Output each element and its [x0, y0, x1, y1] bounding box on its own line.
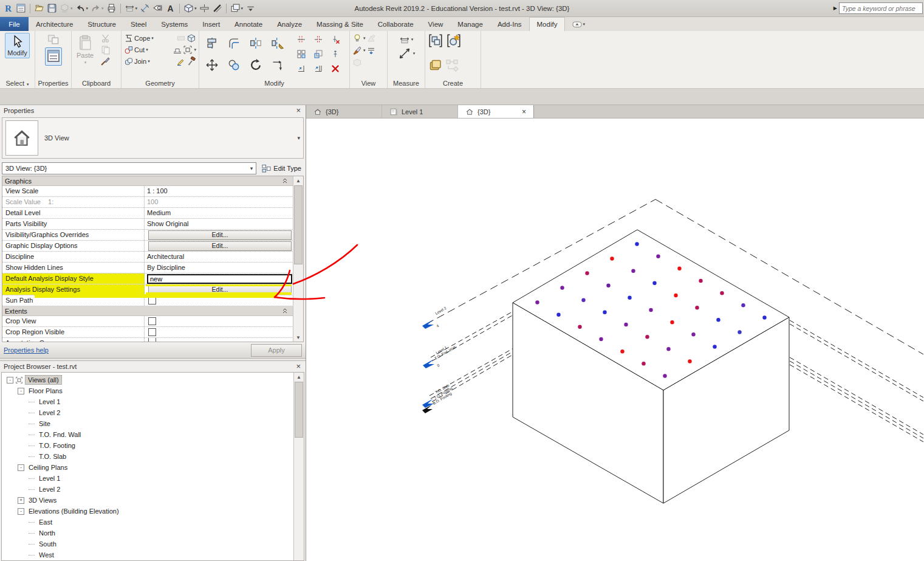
- property-value[interactable]: Edit...: [145, 230, 293, 240]
- scale-button[interactable]: [310, 47, 326, 61]
- qat-sync-button[interactable]: ▾: [58, 2, 74, 15]
- tree-item-label[interactable]: Level 1: [36, 398, 63, 406]
- wall-joins-icon[interactable]: [173, 45, 182, 55]
- tree-item-t-o-fnd-wall[interactable]: T.O. Fnd. Wall: [4, 429, 304, 440]
- tab-architecture[interactable]: Architecture: [29, 17, 80, 31]
- tab-manage[interactable]: Manage: [450, 17, 490, 31]
- geometry-solid-icon[interactable]: [187, 33, 196, 43]
- tab-view[interactable]: View: [421, 17, 451, 31]
- edit-type-button[interactable]: Edit Type: [259, 162, 304, 174]
- tree-item-label[interactable]: T.O. Fnd. Wall: [36, 430, 83, 439]
- qat-thin-lines-button[interactable]: [211, 2, 224, 15]
- scroll-down-icon[interactable]: ▼: [293, 333, 303, 342]
- qat-switch-windows-button[interactable]: ▾: [229, 2, 245, 15]
- tree-expander-icon[interactable]: -: [18, 508, 24, 515]
- collapse-chevron-icon[interactable]: [282, 308, 287, 315]
- tree-item-t-o-footing[interactable]: T.O. Footing: [4, 440, 304, 451]
- tree-item-label[interactable]: South: [36, 540, 59, 548]
- join-geometry-label[interactable]: Join: [134, 58, 146, 65]
- tree-item-level-1[interactable]: Level 1: [4, 473, 304, 484]
- collapse-chevron-icon[interactable]: [282, 177, 287, 185]
- visibility-graphics-overrides-edit-button[interactable]: Edit...: [148, 230, 292, 240]
- properties-close-icon[interactable]: ×: [295, 106, 302, 115]
- paste-button[interactable]: Paste ▾: [74, 33, 96, 67]
- project-browser-close-icon[interactable]: ×: [295, 362, 302, 371]
- browser-scrollbar[interactable]: ▲: [293, 373, 304, 560]
- move-button[interactable]: [202, 55, 222, 75]
- level-flag-icon[interactable]: [422, 399, 434, 408]
- mirror-pick-axis-button[interactable]: [245, 33, 266, 53]
- tab-systems[interactable]: Systems: [154, 17, 195, 31]
- tab-analyze[interactable]: Analyze: [270, 17, 309, 31]
- property-value[interactable]: Edit...: [145, 241, 293, 251]
- qat-section-button[interactable]: [198, 2, 211, 15]
- qat-undo-button[interactable]: ▾: [74, 2, 90, 15]
- tree-item-elevations-building-elevation-[interactable]: -Elevations (Building Elevation): [4, 506, 304, 517]
- modify-tool-button[interactable]: Modify: [5, 33, 29, 58]
- view-tab-1[interactable]: Level 1: [382, 105, 458, 118]
- unpin-button[interactable]: [327, 33, 343, 46]
- tab-modify-active[interactable]: Modify: [529, 17, 566, 31]
- type-selector-header[interactable]: 3D View ▾: [2, 117, 304, 159]
- tree-item-label[interactable]: Site: [36, 419, 53, 428]
- property-value[interactable]: [145, 274, 293, 284]
- tree-item-label[interactable]: North: [36, 529, 58, 537]
- modify-panel-label[interactable]: Modify: [199, 78, 349, 88]
- scroll-up-icon[interactable]: ▲: [293, 176, 303, 185]
- tree-item-south[interactable]: South: [4, 539, 304, 549]
- section-header-extents[interactable]: Extents: [2, 306, 303, 316]
- tree-item-level-1[interactable]: Level 1: [4, 396, 304, 407]
- tree-item-t-o-slab[interactable]: T.O. Slab: [4, 451, 304, 462]
- close-view-icon[interactable]: ×: [522, 108, 526, 116]
- qat-tag-button[interactable]: 1: [151, 2, 164, 15]
- tree-expander-icon[interactable]: -: [18, 464, 24, 471]
- tree-item-label[interactable]: Views (all): [25, 375, 62, 385]
- property-value[interactable]: 100: [145, 197, 293, 207]
- temporary-hide-isolate-icon[interactable]: [352, 33, 362, 43]
- tree-item-3d-views[interactable]: +3D Views: [4, 495, 304, 506]
- tree-item-north[interactable]: North: [4, 528, 304, 539]
- clipboard-panel-label[interactable]: Clipboard: [72, 78, 121, 88]
- qat-properties-window-button[interactable]: [15, 2, 27, 15]
- qat-revit-logo-button[interactable]: R: [2, 2, 15, 15]
- tree-item-west[interactable]: West: [4, 549, 304, 560]
- tree-item-label[interactable]: Ceiling Plans: [26, 463, 70, 472]
- tab-insert[interactable]: Insert: [195, 17, 227, 31]
- tree-item-site[interactable]: Site: [4, 418, 304, 429]
- tab-massing-site[interactable]: Massing & Site: [309, 17, 371, 31]
- trim-extend-multiple-button[interactable]: [310, 62, 326, 75]
- drawing-area[interactable]: Level 24Level 1T.O. Fnd. Wall0T.O. SlabT…: [306, 119, 924, 561]
- reveal-hidden-elements-icon[interactable]: [366, 46, 376, 55]
- crop-view-checkbox[interactable]: [148, 317, 156, 325]
- qat-measure-button[interactable]: ▾: [123, 2, 139, 15]
- create-assembly-icon[interactable]: [446, 33, 462, 49]
- tree-item-east[interactable]: East: [4, 517, 304, 528]
- align-button[interactable]: [202, 33, 222, 53]
- browser-scroll-up-icon[interactable]: ▲: [294, 373, 304, 381]
- qat-open-folder-button[interactable]: [33, 2, 46, 15]
- tree-item-label[interactable]: Level 1: [36, 474, 63, 483]
- properties-title-bar[interactable]: Properties ×: [0, 105, 306, 116]
- property-value[interactable]: Architectural: [145, 252, 293, 262]
- demolish-hammer-icon[interactable]: [187, 57, 196, 66]
- override-graphics-icon[interactable]: [352, 46, 362, 55]
- property-value[interactable]: By Discipline: [145, 263, 293, 273]
- default-analysis-display-style-input[interactable]: [147, 274, 292, 284]
- tree-item-label[interactable]: Level 2: [36, 485, 63, 494]
- view-panel-label[interactable]: View: [350, 78, 387, 88]
- element-selector-combo[interactable]: 3D View: {3D} ▾: [2, 162, 256, 174]
- properties-palette-toggle[interactable]: [45, 47, 62, 66]
- tree-item-floor-plans[interactable]: -Floor Plans: [4, 385, 304, 396]
- tab-add-ins[interactable]: Add-Ins: [490, 17, 529, 31]
- property-value[interactable]: [145, 338, 293, 342]
- create-parts-icon[interactable]: [428, 33, 443, 49]
- property-value[interactable]: 1 : 100: [145, 186, 293, 196]
- join-geometry-icon[interactable]: [124, 57, 134, 66]
- split-element-button[interactable]: [293, 33, 309, 46]
- annotation-crop-checkbox[interactable]: [148, 338, 156, 342]
- cope-icon[interactable]: [124, 33, 134, 43]
- search-input[interactable]: [839, 2, 923, 14]
- rotate-button[interactable]: [245, 55, 266, 75]
- apply-coping-icon[interactable]: [176, 33, 186, 43]
- tree-expander-icon[interactable]: +: [18, 497, 24, 504]
